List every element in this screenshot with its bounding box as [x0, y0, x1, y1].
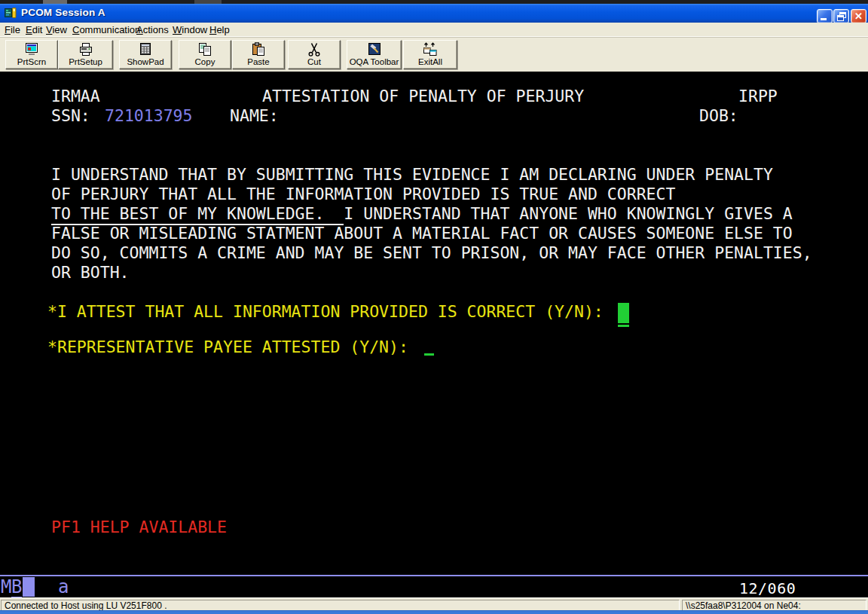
oia-block-indicator: [23, 577, 35, 597]
pcom-app-icon: [5, 7, 17, 19]
copy-button[interactable]: Copy: [179, 40, 231, 69]
oqa-toolbar-button[interactable]: OQA Toolbar: [347, 40, 402, 69]
paste-button[interactable]: Paste: [232, 40, 285, 69]
ssn-value: 721013795: [105, 106, 193, 126]
perjury-line-4: FALSE OR MISLEADING STATMENT ABOUT A MAT…: [51, 224, 793, 243]
print-screen-icon: [23, 42, 40, 57]
name-label: NAME:: [230, 106, 279, 126]
minimize-icon: [821, 18, 827, 20]
showpad-button[interactable]: ShowPad: [119, 40, 172, 69]
prtsetup-label: PrtSetup: [69, 57, 102, 67]
close-button[interactable]: ✕: [851, 9, 866, 23]
window-title: PCOM Session A: [21, 7, 105, 18]
oia-mode-m: M: [1, 577, 11, 597]
perjury-line-3-underlined: TO THE BEST OF MY KNOWLEDGE.: [51, 204, 344, 225]
exitall-label: ExitAll: [418, 57, 442, 67]
cut-button[interactable]: Cut: [288, 40, 341, 69]
menu-view[interactable]: View: [44, 23, 69, 36]
exitall-button[interactable]: ExitAll: [403, 40, 457, 69]
operator-info-area: M B a 12/060: [0, 575, 868, 597]
window-border-bottom: [0, 610, 868, 614]
exit-all-icon: [422, 42, 439, 57]
toolbar: PrtScrn PrtSetup ShowPad: [0, 36, 868, 72]
terminal-cursor[interactable]: [618, 303, 629, 323]
screen-app-code: IRMAA: [51, 87, 100, 106]
printer-icon: [78, 42, 94, 57]
terminal-screen[interactable]: IRMAA ATTESTATION OF PENALTY OF PERJURY …: [0, 72, 868, 575]
payee-prompt: *REPRESENTATIVE PAYEE ATTESTED (Y/N):: [47, 338, 408, 357]
prtscrn-button[interactable]: PrtScrn: [5, 40, 58, 69]
dob-label: DOB:: [699, 106, 738, 126]
attest-prompt: *I ATTEST THAT ALL INFORMATION PROVIDED …: [47, 302, 604, 322]
pf1-help-message: PF1 HELP AVAILABLE: [51, 518, 227, 537]
cursor-position-indicator: 12/060: [739, 579, 796, 597]
cut-label: Cut: [307, 57, 321, 67]
menu-edit[interactable]: Edit: [23, 23, 44, 36]
copy-icon: [197, 42, 213, 57]
restore-button[interactable]: [833, 9, 849, 23]
showpad-label: ShowPad: [127, 57, 164, 67]
menu-communication[interactable]: Communication: [70, 23, 142, 36]
menu-window[interactable]: Window: [170, 23, 209, 36]
screen-program-id: IRPP: [738, 87, 778, 106]
perjury-line-1: I UNDERSTAND THAT BY SUBMITTING THIS EVI…: [51, 165, 773, 185]
oia-session-id: a: [58, 577, 69, 597]
hammer-icon: [366, 42, 383, 57]
perjury-line-2: OF PERJURY THAT ALL THE INFORMATION PROV…: [51, 185, 675, 204]
perjury-line-6: OR BOTH.: [51, 263, 130, 283]
menu-file[interactable]: File: [2, 23, 23, 36]
menu-bar: File Edit View Communication Actions Win…: [0, 23, 868, 36]
perjury-line-3-rest: I UNDERSTAND THAT ANYONE WHO KNOWINGLY G…: [344, 204, 792, 223]
menu-actions[interactable]: Actions: [134, 23, 171, 36]
prtscrn-label: PrtScrn: [17, 57, 46, 67]
oia-mode-b: B: [11, 577, 22, 598]
perjury-line-3: TO THE BEST OF MY KNOWLEDGE. I UNDERSTAN…: [51, 204, 793, 224]
copy-label: Copy: [195, 57, 215, 67]
ssn-label: SSN:: [51, 106, 90, 126]
menu-help[interactable]: Help: [207, 23, 232, 36]
titlebar[interactable]: PCOM Session A ✕: [0, 4, 868, 23]
scissors-icon: [306, 42, 322, 57]
minimize-button[interactable]: [817, 9, 833, 23]
keypad-icon: [137, 42, 154, 57]
prtsetup-button[interactable]: PrtSetup: [58, 40, 113, 69]
paste-icon: [250, 42, 267, 57]
attest-input-field[interactable]: [618, 325, 629, 327]
paste-label: Paste: [247, 57, 269, 67]
oqa-toolbar-label: OQA Toolbar: [350, 57, 399, 67]
perjury-line-5: DO SO, COMMITS A CRIME AND MAY BE SENT T…: [51, 243, 812, 263]
payee-input-field[interactable]: [424, 353, 434, 356]
screen-title: ATTESTATION OF PENALTY OF PERJURY: [262, 87, 584, 106]
